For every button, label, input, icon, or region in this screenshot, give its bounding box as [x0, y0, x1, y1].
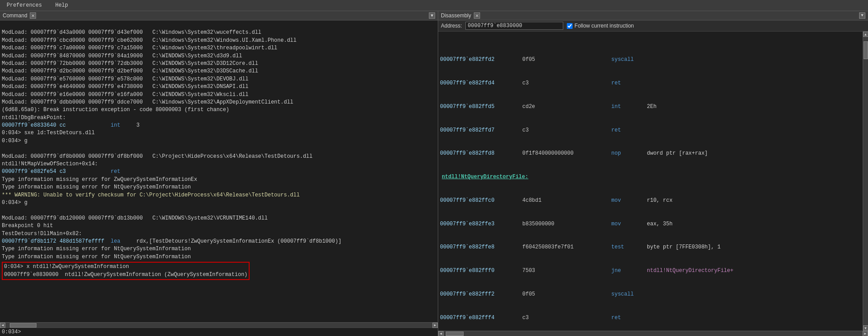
command-scrollbar-h[interactable]: ◀ ▶ — [0, 322, 438, 328]
disasm-track-h — [444, 332, 863, 336]
disasm-section-label: ntdll!NtQueryDirectoryFile: — [440, 173, 861, 181]
disasm-row: 00007ff9`e882ffe3 b835000000 mov eax, 35… — [440, 220, 861, 228]
cmd-line-28: Type information missing error for NtQue… — [2, 254, 191, 260]
cmd-line-27: Type information missing error for NtQue… — [2, 246, 191, 252]
command-titlebar: Command ✕ ▼ — [0, 11, 438, 20]
cmd-line-18: 00007ff9`e882fe54 c3 ret — [2, 168, 120, 175]
cmd-line-10: ModLoad: 00007ff9`ddbb0000 00007ff9`ddce… — [2, 99, 293, 105]
cmd-line-2: ModLoad: 00007ff9`cbcd0000 00007ff9`cbe6… — [2, 37, 297, 44]
cmd-line-23: ModLoad: 00007ff9`db120000 00007ff9`db13… — [2, 215, 268, 221]
disasm-row: 00007ff9`e882ffd2 0f05 syscall — [440, 56, 861, 64]
cmd-line-16: ModLoad: 00007ff9`df8b0000 00007ff9`df8b… — [2, 153, 313, 160]
cmd-line-1: ModLoad: 00007ff9`d43a0000 00007ff9`d43e… — [2, 29, 261, 36]
cmd-line-8: ModLoad: 00007ff9`e4640000 00007ff9`e473… — [2, 84, 249, 90]
scroll-thumb-h[interactable] — [10, 323, 36, 328]
disassembly-panel: Disassembly ✕ ▼ Address: Follow current … — [438, 11, 868, 336]
disasm-scroll-right[interactable]: ▶ — [863, 331, 868, 336]
disasm-close-button[interactable]: ✕ — [474, 12, 480, 19]
disasm-scroll-btn[interactable]: ▼ — [859, 12, 865, 19]
disasm-row: 00007ff9`e882fff2 0f05 syscall — [440, 290, 861, 298]
scroll-down-arrow-v[interactable]: ▼ — [863, 325, 868, 331]
address-label: Address: — [441, 23, 462, 29]
cmd-line-21: *** WARNING: Unable to verify checksum f… — [2, 192, 300, 198]
cmd-line-3: ModLoad: 00007ff9`c7a00000 00007ff9`c7a1… — [2, 45, 277, 51]
cmd-line-6: ModLoad: 00007ff9`d2bc0000 00007ff9`d2be… — [2, 68, 258, 74]
disasm-row: 00007ff9`e882fff4 c3 ret — [440, 314, 861, 322]
main-area: Command ✕ ▼ ModLoad: 00007ff9`d43a0000 0… — [0, 11, 868, 336]
disasm-scrollbar-v[interactable]: ▲ ▼ — [863, 32, 868, 331]
cmd-line-17: ntdll!NtMapViewOfSection+0x14: — [2, 161, 98, 167]
scroll-v-thumb[interactable] — [864, 41, 868, 59]
follow-check[interactable]: Follow current instruction — [567, 23, 634, 29]
menubar: Preferences Help — [0, 0, 868, 11]
scroll-up-arrow[interactable]: ▲ — [863, 32, 868, 37]
scroll-left-arrow[interactable]: ◀ — [0, 323, 5, 328]
cmd-line-14: 0:034> sxe ld:TestDetours.dll — [2, 130, 95, 136]
cmd-line-4: ModLoad: 00007ff9`84870000 00007ff9`84a1… — [2, 53, 242, 59]
cmd-line-13: 00007ff9`e8833640 cc int 3 — [2, 122, 140, 128]
command-panel: Command ✕ ▼ ModLoad: 00007ff9`d43a0000 0… — [0, 11, 438, 336]
disasm-row: 00007ff9`e882ffd7 c3 ret — [440, 126, 861, 134]
scroll-v-track — [863, 37, 868, 325]
cmd-line-19: Type information missing error for ZwQue… — [2, 176, 197, 183]
disasm-content[interactable]: 00007ff9`e882ffd2 0f05 syscall 00007ff9`… — [438, 32, 863, 331]
menu-help[interactable]: Help — [53, 1, 70, 9]
disasm-body: 00007ff9`e882ffd2 0f05 syscall 00007ff9`… — [438, 32, 868, 331]
scroll-track-h — [5, 323, 432, 328]
cmd-line-20: Type information missing error for NtQue… — [2, 184, 191, 190]
address-input[interactable] — [465, 22, 563, 30]
command-input-row: 0:034> — [0, 328, 438, 336]
cmd-line-24: Breakpoint 0 hit — [2, 223, 53, 229]
disasm-row: 00007ff9`e882fff0 7503 jne ntdll!NtQuery… — [440, 267, 861, 275]
command-scroll-button[interactable]: ▼ — [429, 12, 435, 19]
cmd-line-12: ntdll!DbgBreakPoint: — [2, 115, 66, 121]
disasm-row: 00007ff9`e882ffd5 cd2e int 2Eh — [440, 103, 861, 111]
cmd-line-11: (6d68.65a0): Break instruction exception… — [2, 107, 229, 113]
disasm-row: 00007ff9`e882ffc0 4c8bd1 mov r10, rcx — [440, 196, 861, 204]
menu-preferences[interactable]: Preferences — [4, 1, 44, 9]
highlight-line-1: 0:034> x ntdll!ZwQuerySystemInformation … — [4, 264, 247, 277]
command-close-button[interactable]: ✕ — [30, 12, 36, 19]
scroll-right-arrow[interactable]: ▶ — [432, 323, 438, 328]
command-title: Command — [3, 12, 27, 19]
command-output[interactable]: ModLoad: 00007ff9`d43a0000 00007ff9`d43e… — [0, 20, 438, 322]
disasm-titlebar: Disassembly ✕ ▼ — [438, 11, 868, 20]
cmd-line-5: ModLoad: 00007ff9`72bb0000 00007ff9`72db… — [2, 60, 258, 67]
cmd-line-7: ModLoad: 00007ff9`e5760000 00007ff9`e578… — [2, 76, 249, 82]
disasm-row: 00007ff9`e882ffd8 0f1f840000000000 nop d… — [440, 149, 861, 157]
cmd-line-26: 00007ff9`df8b1172 488d1587feffff lea rdx… — [2, 238, 341, 244]
cmd-line-25: TestDetours!DllMain+0x82: — [2, 231, 82, 237]
disasm-scroll-left[interactable]: ◀ — [438, 331, 444, 336]
disasm-thumb-h[interactable] — [446, 332, 464, 336]
follow-label: Follow current instruction — [574, 23, 634, 29]
disasm-title: Disassembly — [441, 12, 471, 19]
cmd-line-9: ModLoad: 00007ff9`e16e0000 00007ff9`e16f… — [2, 92, 249, 98]
prompt-label: 0:034> — [2, 329, 21, 335]
disasm-address-bar: Address: Follow current instruction — [438, 20, 868, 32]
highlighted-block: 0:034> x ntdll!ZwQuerySystemInformation … — [2, 262, 250, 280]
cmd-line-15: 0:034> g — [2, 138, 28, 144]
follow-checkbox[interactable] — [567, 23, 573, 29]
cmd-line-22: 0:034> g — [2, 200, 28, 206]
disasm-row: 00007ff9`e882ffe8 f604250803fe7f01 test … — [440, 243, 861, 251]
disasm-row: 00007ff9`e882ffd4 c3 ret — [440, 79, 861, 87]
disasm-scrollbar-h[interactable]: ◀ ▶ — [438, 331, 868, 336]
